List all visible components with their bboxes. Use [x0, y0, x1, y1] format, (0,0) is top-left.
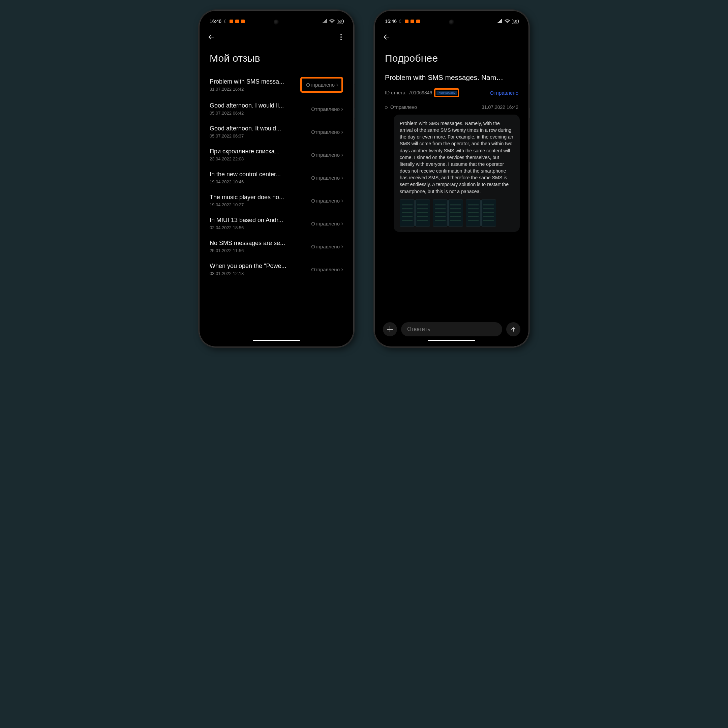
feedback-item[interactable]: No SMS messages are se...25.01.2022 11:5… — [210, 235, 343, 258]
chevron-right-icon: › — [341, 106, 343, 113]
send-button[interactable] — [506, 322, 520, 336]
attachment-thumbnail[interactable] — [481, 200, 496, 226]
attachment-thumbnail[interactable] — [433, 200, 448, 226]
feedback-item-title: In the new control center... — [210, 171, 308, 178]
feedback-item-title: The music player does no... — [210, 194, 308, 201]
clock: 16:46 — [210, 18, 222, 24]
page-title: Подробнее — [378, 45, 526, 72]
arrow-up-icon — [511, 327, 516, 332]
chevron-right-icon: › — [341, 220, 343, 227]
feedback-item[interactable]: In the new control center...19.04.2022 1… — [210, 166, 343, 189]
battery-icon: 50 — [512, 19, 518, 24]
chevron-right-icon: › — [341, 174, 343, 181]
feedback-item[interactable]: Problem with SMS messa...31.07.2022 16:4… — [210, 72, 343, 97]
status-label: Отправлено — [311, 198, 340, 203]
reply-input[interactable] — [401, 322, 502, 336]
signal-icon — [322, 19, 327, 23]
notification-indicator — [410, 20, 414, 23]
feedback-item-title: Good afternoon. It would... — [210, 125, 308, 132]
chevron-right-icon: › — [341, 128, 343, 136]
page-title: Мой отзыв — [202, 45, 350, 72]
copy-button[interactable]: Копировать — [436, 91, 457, 95]
attachment-thumbnail[interactable] — [400, 200, 414, 226]
feedback-item-status: Отправлено› — [311, 128, 343, 136]
status-label: Отправлено — [311, 244, 340, 249]
feedback-item-date: 02.04.2022 18:56 — [210, 225, 308, 230]
feedback-item[interactable]: In MIUI 13 based on Andr...02.04.2022 18… — [210, 212, 343, 235]
notification-indicator — [241, 20, 245, 23]
report-id-value: 701069846 — [408, 90, 432, 95]
attachment-thumbnail[interactable] — [415, 200, 430, 226]
chevron-right-icon: › — [341, 197, 343, 204]
feedback-item[interactable]: При скроллинге списка...23.04.2022 22:08… — [210, 143, 343, 166]
notification-indicator — [235, 20, 239, 23]
plus-icon — [387, 326, 393, 332]
status-label: Отправлено — [311, 175, 340, 180]
chevron-right-icon: › — [341, 266, 343, 273]
home-indicator[interactable] — [253, 340, 300, 341]
feedback-item-title: No SMS messages are se... — [210, 240, 308, 247]
feedback-item-status: Отправлено› — [311, 220, 343, 227]
svg-point-0 — [340, 34, 342, 35]
feedback-list[interactable]: Problem with SMS messa...31.07.2022 16:4… — [202, 72, 350, 344]
status-label: Отправлено — [311, 267, 340, 272]
feedback-item[interactable]: The music player does no...19.04.2022 10… — [210, 189, 343, 212]
notification-indicator — [229, 20, 233, 23]
sent-status-text: Отправлено — [390, 104, 417, 110]
message-timestamp: 31.07.2022 16:42 — [482, 104, 518, 110]
feedback-item-date: 25.01.2022 11:56 — [210, 248, 308, 253]
feedback-item-status: Отправлено› — [311, 197, 343, 204]
svg-point-1 — [340, 37, 342, 38]
back-button[interactable] — [382, 33, 391, 41]
status-label: Отправлено — [306, 82, 335, 88]
overflow-menu-button[interactable] — [338, 34, 344, 40]
front-camera — [274, 20, 279, 25]
report-id-label: ID отчета: — [385, 90, 407, 95]
feedback-item-title: При скроллинге списка... — [210, 148, 308, 155]
signal-icon — [497, 19, 503, 23]
report-status: Отправлено — [490, 90, 518, 96]
report-subject: Problem with SMS messages. Nam… — [378, 72, 526, 86]
feedback-item-date: 19.04.2022 10:27 — [210, 202, 308, 207]
dnd-icon: ☾ — [399, 19, 403, 24]
feedback-item-date: 05.07.2022 06:37 — [210, 133, 308, 139]
status-dot-icon — [385, 106, 388, 109]
report-id-row: ID отчета: 701069846 Копировать Отправле… — [378, 86, 526, 101]
wifi-icon — [329, 19, 335, 23]
feedback-item-title: Problem with SMS messa... — [210, 78, 297, 85]
attachment-thumbnails — [400, 200, 514, 226]
wifi-icon — [505, 19, 510, 23]
message-body: Problem with SMS messages. Namely, with … — [400, 120, 514, 195]
notification-indicator — [416, 20, 420, 23]
message-meta-row: Отправлено 31.07.2022 16:42 — [378, 101, 526, 113]
feedback-item-title: Good afternoon. I would li... — [210, 102, 308, 109]
add-attachment-button[interactable] — [383, 322, 397, 336]
chevron-right-icon: › — [336, 81, 338, 88]
clock: 16:46 — [385, 18, 397, 24]
feedback-item-status: Отправлено› — [311, 174, 343, 181]
svg-point-2 — [340, 39, 342, 40]
dnd-icon: ☾ — [223, 19, 228, 24]
feedback-item-status: Отправлено› — [311, 106, 343, 113]
app-bar — [378, 29, 526, 45]
status-label: Отправлено — [311, 221, 340, 226]
notification-indicator — [405, 20, 408, 23]
feedback-item-status: Отправлено› — [311, 266, 343, 273]
back-button[interactable] — [207, 33, 216, 41]
phone-feedback-list: 16:46 ☾ 50 Мой отзыв Problem with SMS me… — [199, 10, 354, 347]
attachment-thumbnail[interactable] — [466, 200, 480, 226]
front-camera — [449, 20, 454, 25]
feedback-item-date: 23.04.2022 22:08 — [210, 156, 308, 161]
feedback-item-status: Отправлено› — [311, 151, 343, 158]
feedback-item-title: When you open the "Powe... — [210, 263, 308, 270]
attachment-thumbnail[interactable] — [448, 200, 463, 226]
status-label: Отправлено — [311, 152, 340, 158]
battery-icon: 50 — [337, 19, 343, 24]
status-label: Отправлено — [311, 129, 340, 135]
feedback-item[interactable]: When you open the "Powe...03.01.2022 12:… — [210, 258, 343, 281]
feedback-item-date: 05.07.2022 06:42 — [210, 110, 308, 116]
feedback-item[interactable]: Good afternoon. It would...05.07.2022 06… — [210, 120, 343, 143]
feedback-item[interactable]: Good afternoon. I would li...05.07.2022 … — [210, 97, 343, 120]
home-indicator[interactable] — [428, 340, 475, 341]
copy-button-highlight: Копировать — [434, 88, 459, 97]
